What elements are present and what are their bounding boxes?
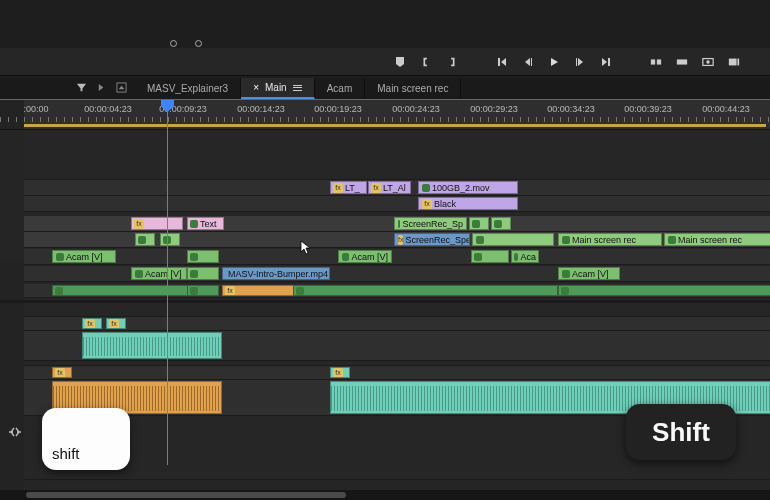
tab-explainer[interactable]: MASV_Explainer3: [135, 78, 241, 99]
horizontal-scrollbar[interactable]: [0, 490, 770, 500]
work-area-bar[interactable]: [24, 124, 766, 127]
clip[interactable]: [187, 267, 219, 280]
clip[interactable]: fx: [131, 217, 183, 230]
clip[interactable]: Aca: [511, 250, 539, 263]
clip[interactable]: [135, 233, 155, 246]
timecode-label: 00:00:19:23: [314, 104, 362, 114]
step-back-icon[interactable]: [522, 56, 534, 68]
clip[interactable]: fxLT_: [330, 181, 367, 194]
clip-marker-icon: [55, 287, 63, 295]
clip-label: Black: [434, 199, 456, 209]
clip[interactable]: fx: [82, 318, 102, 329]
clip[interactable]: [491, 217, 511, 230]
clip[interactable]: fx: [330, 367, 350, 378]
waveform: [83, 337, 221, 356]
clip[interactable]: [293, 285, 558, 296]
track-a2-header[interactable]: fxfx: [24, 317, 770, 331]
clip[interactable]: Acam [V]: [52, 250, 116, 263]
clip-label: Main screen rec: [678, 235, 742, 245]
key-overlay-white: shift: [42, 408, 130, 470]
fx-badge-icon: fx: [333, 368, 343, 378]
clip-marker-icon: [422, 184, 430, 192]
new-item-icon[interactable]: [116, 82, 127, 95]
play-icon[interactable]: [548, 56, 560, 68]
clip[interactable]: [160, 233, 180, 246]
clip[interactable]: [187, 250, 219, 263]
overwrite-icon[interactable]: [676, 56, 688, 68]
track-v3-lower[interactable]: fxScreenRec_SpeMain screen recMain scree…: [24, 232, 770, 248]
clip[interactable]: Main screen rec: [558, 233, 662, 246]
clip[interactable]: Acam [V]: [131, 267, 187, 280]
settings-icon[interactable]: [728, 56, 740, 68]
clip-marker-icon: [514, 253, 518, 261]
clip-marker-icon: [562, 270, 570, 278]
export-frame-icon[interactable]: [702, 56, 714, 68]
clip[interactable]: [469, 217, 489, 230]
track-v1[interactable]: Acam [V]MASV-Intro-Bumper.mp4Acam [V]: [24, 266, 770, 282]
clip[interactable]: 100GB_2.mov: [418, 181, 518, 194]
fx-badge-icon: fx: [55, 368, 65, 378]
chevron-right-icon[interactable]: [97, 83, 106, 94]
filter-icon[interactable]: [76, 82, 87, 95]
clip-marker-icon: [135, 270, 143, 278]
clip[interactable]: [82, 332, 222, 359]
tab-label: Acam: [327, 83, 353, 94]
snap-icon[interactable]: [8, 426, 22, 440]
clip-marker-icon: [668, 236, 676, 244]
clip[interactable]: [472, 233, 554, 246]
clip-marker-icon: [342, 253, 349, 261]
step-forward-icon[interactable]: [574, 56, 586, 68]
clip[interactable]: Acam [V]: [338, 250, 392, 263]
clip[interactable]: [558, 285, 770, 296]
time-ruler[interactable]: :00:0000:00:04:2300:00:09:2300:00:14:230…: [0, 100, 770, 130]
clip-marker-icon: [494, 220, 502, 228]
track-empty[interactable]: [24, 130, 770, 180]
go-to-out-icon[interactable]: [600, 56, 612, 68]
playhead[interactable]: [167, 100, 168, 465]
clip-marker-icon: [190, 270, 198, 278]
track-a1[interactable]: fx: [24, 284, 770, 298]
sequence-tabs: MASV_Explainer3 × Main Acam Main screen …: [0, 78, 770, 100]
clip[interactable]: fx: [222, 285, 294, 296]
marker-dot: [170, 40, 177, 47]
marker-icon[interactable]: [394, 56, 406, 68]
clip-marker-icon: [472, 220, 480, 228]
tab-menu-icon[interactable]: [293, 85, 302, 91]
clip-marker-icon: [562, 236, 570, 244]
track-a3-header[interactable]: fxfx: [24, 366, 770, 380]
clip[interactable]: fxBlack: [418, 197, 518, 210]
clip[interactable]: [471, 250, 509, 263]
fx-badge-icon: fx: [225, 286, 235, 296]
track-v2[interactable]: Acam [V]Acam [V]Aca: [24, 249, 770, 265]
track-v3-upper[interactable]: fxTextScreenRec_Sp: [24, 216, 770, 232]
go-to-in-icon[interactable]: [496, 56, 508, 68]
clip[interactable]: Acam [V]: [558, 267, 620, 280]
track-v4[interactable]: fxBlack: [24, 196, 770, 212]
fx-badge-icon: fx: [422, 199, 432, 209]
clip[interactable]: ScreenRec_Sp: [394, 217, 467, 230]
clip[interactable]: fxScreenRec_Spe: [394, 233, 470, 246]
tab-screenrec[interactable]: Main screen rec: [365, 78, 461, 99]
track-gap[interactable]: [24, 303, 770, 317]
clip-label: Text: [200, 219, 217, 229]
clip[interactable]: Main screen rec: [664, 233, 770, 246]
clip[interactable]: fx: [52, 367, 72, 378]
clip-label: Acam [V]: [572, 269, 609, 279]
tab-acam[interactable]: Acam: [315, 78, 366, 99]
track-a2-wave[interactable]: [24, 331, 770, 361]
insert-icon[interactable]: [650, 56, 662, 68]
svg-point-4: [706, 60, 709, 63]
fx-badge-icon: fx: [371, 183, 381, 193]
bracket-out-icon[interactable]: [446, 56, 458, 68]
clip[interactable]: [187, 285, 219, 296]
clip[interactable]: MASV-Intro-Bumper.mp4: [222, 267, 330, 280]
clip-label: 100GB_2.mov: [432, 183, 490, 193]
clip[interactable]: fxLT_Al: [368, 181, 411, 194]
track-v5[interactable]: fxLT_fxLT_Al100GB_2.mov: [24, 180, 770, 196]
scrollbar-thumb[interactable]: [26, 492, 346, 498]
clip[interactable]: fx: [106, 318, 126, 329]
tab-main[interactable]: × Main: [241, 78, 315, 99]
clip[interactable]: Text: [187, 217, 224, 230]
bracket-in-icon[interactable]: [420, 56, 432, 68]
clip-marker-icon: [474, 253, 482, 261]
